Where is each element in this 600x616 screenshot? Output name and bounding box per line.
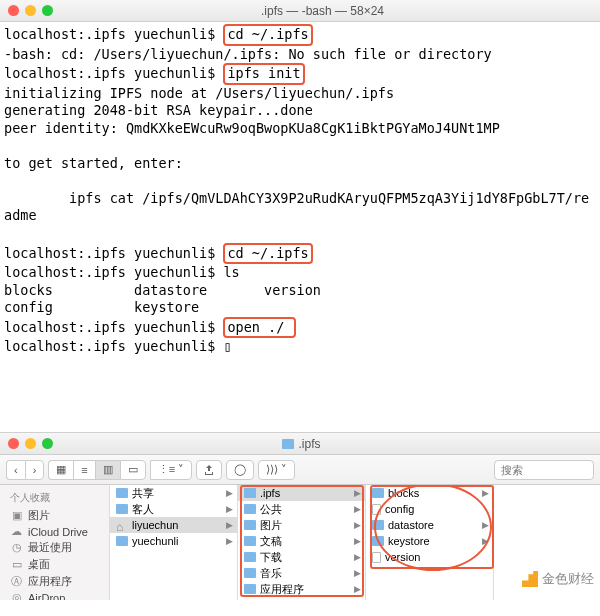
view-columns-button[interactable]: ▥ [95, 460, 120, 480]
init-output: initializing IPFS node at /Users/liyuech… [4, 85, 394, 101]
prompt: localhost:.ipfs yuechunli$ [4, 338, 223, 354]
column-item[interactable]: datastore▶ [366, 517, 493, 533]
item-name: 图片 [260, 518, 282, 533]
folder-icon [244, 552, 256, 562]
finder-toolbar: ‹ › ▦ ≡ ▥ ▭ ⋮≡ ˅ ◯ ⟩⟩⟩ ˅ [0, 455, 600, 485]
column-item[interactable]: .ipfs▶ [238, 485, 365, 501]
column-item[interactable]: 音乐▶ [238, 565, 365, 581]
sidebar-header: 个人收藏 [0, 489, 109, 507]
sidebar-item-label: 最近使用 [28, 540, 72, 555]
get-started-output: to get started, enter: [4, 155, 183, 171]
folder-icon [116, 488, 128, 498]
zoom-icon[interactable] [42, 5, 53, 16]
cmd-ipfs-init: ipfs init [223, 63, 304, 85]
search-input[interactable] [494, 460, 594, 480]
traffic-lights [8, 438, 53, 449]
item-name: config [385, 503, 414, 515]
column-item[interactable]: 应用程序▶ [238, 581, 365, 597]
traffic-lights [8, 5, 53, 16]
minimize-icon[interactable] [25, 5, 36, 16]
tags-button[interactable]: ◯ [226, 460, 254, 480]
chevron-right-icon: ▶ [226, 520, 233, 530]
minimize-icon[interactable] [25, 438, 36, 449]
error-output: -bash: cd: /Users/liyuechun/.ipfs: No su… [4, 46, 492, 62]
terminal-output[interactable]: localhost:.ipfs yuechunli$ cd ~/.ipfs -b… [0, 22, 600, 360]
chevron-right-icon: ▶ [354, 488, 361, 498]
item-name: .ipfs [260, 487, 280, 499]
column-item[interactable]: liyuechun▶ [110, 517, 237, 533]
item-name: blocks [388, 487, 419, 499]
clock-icon: ◷ [10, 541, 23, 554]
column-item[interactable]: keystore▶ [366, 533, 493, 549]
item-name: 应用程序 [260, 582, 304, 597]
close-icon[interactable] [8, 438, 19, 449]
home-icon [116, 520, 128, 530]
column-item[interactable]: version [366, 549, 493, 565]
watermark-logo [522, 571, 538, 587]
column-item[interactable]: 共享▶ [110, 485, 237, 501]
view-list-button[interactable]: ≡ [73, 460, 94, 480]
column-item[interactable]: blocks▶ [366, 485, 493, 501]
column-item[interactable]: 文稿▶ [238, 533, 365, 549]
column-2: .ipfs▶公共▶图片▶文稿▶下载▶音乐▶应用程序▶影片▶VirtualBox … [238, 485, 366, 600]
finder-title: .ipfs [282, 437, 320, 451]
item-name: 文稿 [260, 534, 282, 549]
sidebar-item[interactable]: ◷最近使用 [0, 539, 109, 556]
file-icon [372, 552, 381, 563]
prompt: localhost:.ipfs yuechunli$ [4, 65, 223, 81]
share-button[interactable] [196, 460, 222, 480]
item-name: 共享 [132, 486, 154, 501]
sidebar-item-label: AirDrop [28, 592, 65, 601]
file-icon [372, 504, 381, 515]
sidebar-item[interactable]: ◎AirDrop [0, 590, 109, 600]
air-icon: ◎ [10, 591, 23, 600]
prompt: localhost:.ipfs yuechunli$ [4, 26, 223, 42]
cursor: ▯ [223, 338, 231, 354]
sidebar-item[interactable]: ▣图片 [0, 507, 109, 524]
item-name: 下载 [260, 550, 282, 565]
forward-button[interactable]: › [25, 460, 45, 480]
item-name: liyuechun [132, 519, 178, 531]
chevron-right-icon: ▶ [354, 520, 361, 530]
close-icon[interactable] [8, 5, 19, 16]
back-button[interactable]: ‹ [6, 460, 25, 480]
column-1: 共享▶客人▶liyuechun▶yuechunli▶ [110, 485, 238, 600]
sidebar-item[interactable]: ☁iCloud Drive [0, 524, 109, 539]
cat-cmd-hint: ipfs cat /ipfs/QmVLDAhCY3X9P2uRudKAryuQF… [4, 190, 589, 224]
item-name: 音乐 [260, 566, 282, 581]
item-name: 影片 [260, 598, 282, 601]
item-name: yuechunli [132, 535, 178, 547]
sidebar-item-label: iCloud Drive [28, 526, 88, 538]
item-name: version [385, 551, 420, 563]
sidebar-item[interactable]: ▭桌面 [0, 556, 109, 573]
folder-icon [282, 439, 294, 449]
column-item[interactable]: yuechunli▶ [110, 533, 237, 549]
column-item[interactable]: 客人▶ [110, 501, 237, 517]
sidebar-item[interactable]: Ⓐ应用程序 [0, 573, 109, 590]
column-item[interactable]: config [366, 501, 493, 517]
cmd-cd-ipfs-2: cd ~/.ipfs [223, 243, 312, 265]
chevron-right-icon: ▶ [354, 568, 361, 578]
view-icon-button[interactable]: ▦ [48, 460, 73, 480]
chevron-right-icon: ▶ [354, 584, 361, 594]
finder-sidebar: 个人收藏 ▣图片☁iCloud Drive◷最近使用▭桌面Ⓐ应用程序◎AirDr… [0, 485, 110, 600]
dropdown-button[interactable]: ⟩⟩⟩ ˅ [258, 460, 295, 480]
column-item[interactable]: 图片▶ [238, 517, 365, 533]
folder-icon [244, 488, 256, 498]
column-item[interactable]: 下载▶ [238, 549, 365, 565]
item-name: 公共 [260, 502, 282, 517]
sidebar-item-label: 桌面 [28, 557, 50, 572]
view-gallery-button[interactable]: ▭ [120, 460, 146, 480]
arrange-button[interactable]: ⋮≡ ˅ [150, 460, 192, 480]
sidebar-item-label: 应用程序 [28, 574, 72, 589]
folder-icon [244, 568, 256, 578]
folder-icon [372, 488, 384, 498]
prompt: localhost:.ipfs yuechunli$ [4, 319, 223, 335]
sidebar-item-label: 图片 [28, 508, 50, 523]
zoom-icon[interactable] [42, 438, 53, 449]
nav-buttons: ‹ › [6, 460, 44, 480]
cmd-open: open ./ [223, 317, 296, 339]
column-item[interactable]: 影片▶ [238, 597, 365, 600]
column-item[interactable]: 公共▶ [238, 501, 365, 517]
chevron-right-icon: ▶ [482, 520, 489, 530]
